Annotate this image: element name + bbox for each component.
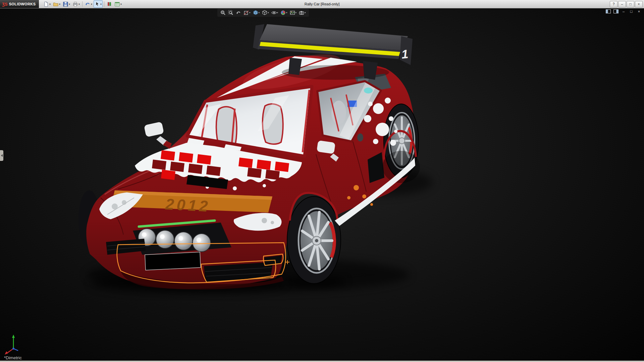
- close-button[interactable]: ×: [635, 1, 643, 7]
- design-table-icon: [114, 1, 120, 7]
- save-button[interactable]: ▾: [62, 0, 71, 8]
- view-settings-button[interactable]: ▾: [298, 9, 307, 16]
- dropdown-caret-icon: ▾: [69, 3, 70, 6]
- zoom-area-icon: [228, 10, 233, 15]
- open-button[interactable]: ▾: [52, 0, 61, 8]
- triad-y-axis: [12, 335, 15, 338]
- display-style-icon: [262, 10, 267, 15]
- dropdown-caret-icon: ▾: [286, 11, 287, 14]
- dropdown-caret-icon: ▾: [120, 3, 122, 6]
- main-toolbar: ▾ ▾ ▾ ▾ ▾: [42, 0, 123, 8]
- pane-left-button[interactable]: [605, 9, 611, 14]
- hide-show-items-icon: [271, 10, 277, 15]
- doc-close-button[interactable]: ×: [636, 9, 642, 14]
- headsup-view-toolbar: ▾ ▾ ▾ ▾ ▾: [217, 9, 309, 17]
- display-style-button[interactable]: ▾: [261, 9, 270, 16]
- view-settings-icon: [299, 10, 304, 15]
- dropdown-caret-icon: ▾: [249, 11, 251, 14]
- view-orientation-label: *Dimetric: [4, 355, 22, 360]
- help-button[interactable]: ?: [610, 1, 618, 7]
- dropdown-caret-icon: ▾: [91, 3, 92, 6]
- restore-button[interactable]: □: [627, 1, 634, 7]
- window-border-bottom: [0, 361, 644, 362]
- pane-left-icon: [606, 9, 611, 13]
- license-plate: [145, 252, 201, 270]
- document-window-controls: – □ ×: [605, 9, 642, 14]
- print-button[interactable]: ▾: [71, 0, 81, 8]
- open-folder-icon: [53, 1, 59, 7]
- edit-appearance-button[interactable]: ▾: [279, 9, 288, 16]
- toolbar-separator: [82, 1, 83, 7]
- rebuild-icon: [107, 1, 112, 7]
- dropdown-caret-icon: ▾: [259, 11, 260, 14]
- dropdown-caret-icon: ▾: [305, 11, 306, 14]
- view-orientation-icon: [253, 10, 258, 15]
- doc-restore-button[interactable]: □: [628, 9, 634, 14]
- zoom-area-button[interactable]: [227, 9, 234, 16]
- view-orientation-button[interactable]: ▾: [252, 9, 261, 16]
- solidworks-logo-icon: ƷS: [2, 2, 8, 7]
- zoom-fit-button[interactable]: [219, 9, 227, 16]
- graphics-viewport[interactable]: 2012: [0, 8, 644, 361]
- collapse-left-arrow-icon: [1, 154, 3, 157]
- 3d-model-rally-car[interactable]: 2012: [0, 8, 644, 361]
- section-view-icon: [244, 10, 249, 15]
- left-mirror[interactable]: [144, 122, 172, 149]
- previous-view-icon: [236, 10, 241, 15]
- front-right-wheel[interactable]: [287, 196, 341, 284]
- section-view-button[interactable]: ▾: [243, 9, 252, 16]
- dropdown-caret-icon: ▾: [277, 11, 278, 14]
- brand-name: SOLIDWORKS: [9, 2, 36, 6]
- app-logo: ƷS SOLIDWORKS: [0, 0, 39, 8]
- select-button[interactable]: ▾: [94, 0, 103, 8]
- undo-button[interactable]: ▾: [84, 0, 93, 8]
- feature-panel-collapse-tab[interactable]: [0, 150, 3, 161]
- dropdown-caret-icon: ▾: [268, 11, 269, 14]
- dropdown-caret-icon: ▾: [100, 3, 102, 6]
- minimize-button[interactable]: –: [618, 1, 626, 7]
- select-cursor-icon: [95, 1, 100, 7]
- new-document-button[interactable]: ▾: [42, 0, 52, 8]
- rebuild-button[interactable]: [106, 0, 113, 8]
- door-handle: [357, 133, 363, 141]
- apply-scene-icon: [290, 10, 295, 15]
- orientation-triad: [3, 331, 27, 355]
- new-document-icon: [43, 1, 49, 7]
- dropdown-caret-icon: ▾: [49, 3, 51, 6]
- zoom-fit-icon: [220, 10, 226, 15]
- pane-right-button[interactable]: [613, 9, 619, 14]
- year-decal: 2012: [165, 195, 211, 215]
- triad-z-axis: [12, 348, 14, 350]
- app-window-controls: ? – □ ×: [610, 1, 643, 7]
- triad-x-axis: [5, 351, 8, 355]
- dropdown-caret-icon: ▾: [296, 11, 297, 14]
- dropdown-caret-icon: ▾: [78, 3, 80, 6]
- pane-right-icon: [613, 9, 619, 13]
- undo-icon: [85, 1, 91, 7]
- toolbar-separator: [104, 1, 104, 7]
- apply-scene-button[interactable]: ▾: [289, 9, 298, 16]
- hide-show-items-button[interactable]: ▾: [270, 9, 279, 16]
- edit-appearance-icon: [280, 10, 286, 15]
- previous-view-button[interactable]: [235, 9, 242, 16]
- save-icon: [63, 1, 68, 7]
- dropdown-caret-icon: ▾: [59, 3, 60, 6]
- design-table-button[interactable]: ▾: [113, 0, 123, 8]
- race-number-decal: 1: [401, 47, 409, 61]
- titlebar: Rally Car [Read-only] ƷS SOLIDWORKS ▾ ▾ …: [0, 0, 644, 8]
- print-icon: [72, 1, 78, 7]
- doc-minimize-button[interactable]: –: [621, 9, 627, 14]
